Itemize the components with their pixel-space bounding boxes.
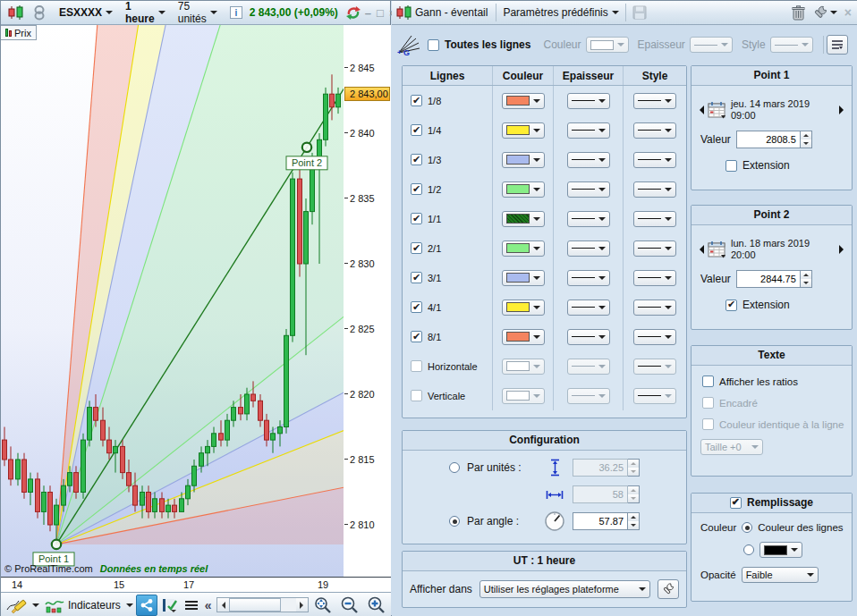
point2-next-arrow[interactable] bbox=[839, 245, 848, 254]
info-button[interactable]: i bbox=[226, 3, 246, 23]
line-visible-checkbox[interactable] bbox=[411, 213, 422, 224]
point1-prev-arrow[interactable] bbox=[695, 105, 704, 114]
line-visible-checkbox[interactable] bbox=[411, 242, 422, 254]
line-thickness-dropdown[interactable] bbox=[567, 300, 610, 316]
display-in-dropdown[interactable]: Utiliser les réglages plateforme bbox=[479, 580, 650, 598]
point1-extension-checkbox[interactable] bbox=[725, 160, 737, 172]
scroll-right-arrow[interactable] bbox=[296, 598, 308, 612]
zoom-in-button[interactable] bbox=[364, 595, 389, 616]
line-color-dropdown[interactable] bbox=[502, 359, 545, 375]
time-scrollbar[interactable] bbox=[216, 597, 310, 612]
all-lines-checkbox[interactable] bbox=[428, 39, 439, 51]
point2-datetime[interactable]: lun. 18 mars 201920:00 bbox=[731, 238, 836, 261]
maximize-button[interactable]: □ bbox=[377, 6, 384, 20]
point1-value-field[interactable] bbox=[736, 131, 812, 148]
unit-vertical-field[interactable] bbox=[573, 459, 640, 477]
line-thickness-dropdown[interactable] bbox=[567, 181, 610, 198]
refresh-button[interactable] bbox=[342, 3, 365, 23]
candlestick-style-button[interactable] bbox=[4, 3, 29, 23]
link-windows-button[interactable] bbox=[29, 3, 50, 23]
line-style-dropdown[interactable] bbox=[633, 329, 676, 345]
point2-prev-arrow[interactable] bbox=[695, 245, 704, 254]
point2-value-input[interactable] bbox=[736, 270, 801, 288]
text-option-checkbox[interactable] bbox=[702, 418, 714, 430]
line-thickness-dropdown[interactable] bbox=[567, 122, 610, 139]
line-style-dropdown[interactable] bbox=[633, 211, 676, 227]
line-color-dropdown[interactable] bbox=[502, 122, 545, 139]
scrollbar-track[interactable] bbox=[229, 598, 297, 612]
all-thickness-dropdown[interactable] bbox=[690, 37, 733, 53]
close-dialog-button[interactable]: × bbox=[841, 3, 855, 23]
line-style-dropdown[interactable] bbox=[633, 152, 676, 168]
line-visible-checkbox[interactable] bbox=[411, 154, 422, 165]
line-visible-checkbox[interactable] bbox=[411, 390, 422, 401]
line-visible-checkbox[interactable] bbox=[411, 301, 422, 313]
unit-vertical-input[interactable] bbox=[573, 459, 628, 477]
fill-custom-color-dropdown[interactable] bbox=[759, 542, 802, 558]
indicators-button[interactable]: Indicateurs bbox=[42, 595, 123, 616]
angle-input[interactable] bbox=[573, 512, 628, 530]
point1-value-input[interactable] bbox=[736, 131, 801, 148]
line-thickness-dropdown[interactable] bbox=[567, 152, 610, 168]
angle-spinner[interactable] bbox=[628, 512, 640, 530]
line-color-dropdown[interactable] bbox=[502, 211, 545, 227]
text-option-checkbox[interactable] bbox=[702, 376, 714, 387]
fill-opacity-dropdown[interactable]: Faible bbox=[742, 567, 819, 583]
point2-extension-checkbox[interactable] bbox=[725, 300, 737, 311]
line-style-dropdown[interactable] bbox=[633, 122, 676, 139]
line-thickness-dropdown[interactable] bbox=[567, 240, 610, 257]
angle-field[interactable] bbox=[573, 512, 640, 530]
gann-point1-marker[interactable] bbox=[52, 540, 61, 549]
scroll-left-fast-button[interactable]: « bbox=[202, 595, 215, 616]
line-visible-checkbox[interactable] bbox=[411, 183, 422, 195]
timeframe-dropdown[interactable]: 1 heure bbox=[122, 3, 169, 23]
line-thickness-dropdown[interactable] bbox=[567, 359, 610, 375]
zoom-out-button[interactable] bbox=[337, 595, 362, 616]
fill-custom-color-radio[interactable] bbox=[743, 544, 754, 555]
save-preset-button[interactable] bbox=[629, 3, 650, 23]
by-units-radio[interactable] bbox=[449, 462, 460, 473]
fill-checkbox[interactable] bbox=[730, 497, 742, 509]
line-visible-checkbox[interactable] bbox=[411, 124, 422, 136]
line-thickness-dropdown[interactable] bbox=[567, 211, 610, 227]
presets-dropdown[interactable]: Paramètres prédéfinis bbox=[499, 3, 622, 23]
ut-settings-button[interactable] bbox=[658, 579, 679, 599]
line-color-dropdown[interactable] bbox=[502, 152, 545, 168]
line-thickness-dropdown[interactable] bbox=[567, 329, 610, 345]
line-style-dropdown[interactable] bbox=[633, 388, 676, 404]
zoom-fit-button[interactable] bbox=[310, 595, 335, 616]
line-color-dropdown[interactable] bbox=[502, 240, 545, 257]
units-dropdown[interactable]: 75 unités bbox=[174, 3, 221, 23]
line-color-dropdown[interactable] bbox=[502, 93, 545, 109]
fill-lines-color-radio[interactable] bbox=[742, 522, 752, 533]
scrollbar-thumb[interactable] bbox=[229, 598, 282, 612]
point1-next-arrow[interactable] bbox=[839, 105, 848, 114]
line-style-dropdown[interactable] bbox=[633, 359, 676, 375]
scroll-left-arrow[interactable] bbox=[217, 598, 229, 612]
line-style-dropdown[interactable] bbox=[633, 300, 676, 316]
line-visible-checkbox[interactable] bbox=[411, 95, 422, 106]
line-style-dropdown[interactable] bbox=[633, 240, 676, 257]
all-style-dropdown[interactable] bbox=[770, 37, 813, 53]
tool-options-button[interactable] bbox=[809, 3, 841, 23]
unit-horizontal-input[interactable] bbox=[573, 485, 628, 503]
indicators-dropdown[interactable] bbox=[125, 595, 134, 616]
line-visible-checkbox[interactable] bbox=[411, 272, 422, 283]
unit-vertical-spinner[interactable] bbox=[628, 459, 640, 477]
line-thickness-dropdown[interactable] bbox=[567, 270, 610, 286]
time-axis[interactable]: 14151719 bbox=[1, 577, 391, 592]
chart-menu-button[interactable] bbox=[182, 595, 200, 616]
line-style-dropdown[interactable] bbox=[633, 181, 676, 198]
by-angle-radio[interactable] bbox=[449, 516, 460, 527]
point2-value-spinner[interactable] bbox=[801, 270, 812, 288]
gann-point2-marker[interactable] bbox=[302, 143, 311, 152]
point2-value-field[interactable] bbox=[736, 270, 812, 288]
point1-datetime[interactable]: jeu. 14 mars 201909:00 bbox=[731, 98, 836, 122]
symbol-dropdown[interactable]: ESXXXX bbox=[55, 3, 116, 23]
line-color-dropdown[interactable] bbox=[502, 181, 545, 198]
line-color-dropdown[interactable] bbox=[502, 388, 545, 404]
text-option-checkbox[interactable] bbox=[702, 397, 714, 409]
drawing-tools-button[interactable] bbox=[3, 595, 30, 616]
line-color-dropdown[interactable] bbox=[502, 329, 545, 345]
share-button[interactable] bbox=[136, 595, 157, 616]
